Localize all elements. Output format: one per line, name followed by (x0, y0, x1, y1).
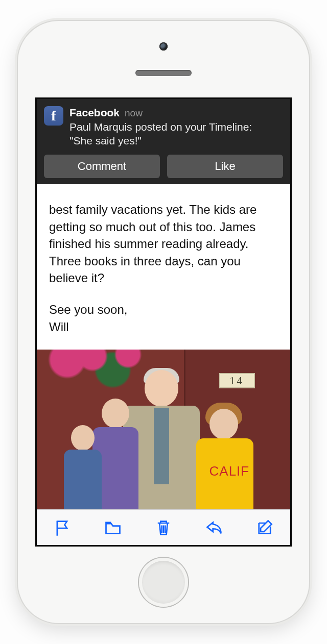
email-signoff: See you soon, (49, 303, 127, 316)
notification-banner[interactable]: f Facebook now Paul Marquis posted on yo… (37, 99, 290, 184)
compose-icon (255, 518, 274, 537)
phone-camera (159, 42, 168, 51)
house-number: 14 (219, 373, 255, 388)
notification-app-name: Facebook (69, 106, 120, 119)
phone-frame: f Facebook now Paul Marquis posted on yo… (18, 21, 309, 623)
trash-icon (154, 518, 173, 537)
flag-button[interactable] (51, 516, 74, 539)
facebook-app-icon: f (44, 106, 63, 126)
notification-timestamp: now (125, 107, 143, 119)
comment-button[interactable]: Comment (44, 155, 160, 178)
email-toolbar (37, 509, 290, 545)
shirt-print: CALIF (209, 462, 250, 480)
email-attached-photo[interactable]: 14 CALIF (37, 350, 290, 509)
email-sender: Will (49, 320, 69, 334)
phone-screen: f Facebook now Paul Marquis posted on yo… (35, 97, 292, 547)
folder-icon (104, 518, 122, 537)
phone-speaker (135, 70, 192, 76)
flag-icon (53, 518, 72, 537)
reply-icon (205, 518, 223, 537)
notification-body-line2: "She said yes!" (69, 135, 142, 146)
email-paragraph: best family vacations yet. The kids are … (49, 201, 278, 287)
trash-button[interactable] (152, 516, 175, 539)
notification-body-line1: Paul Marquis posted on your Timeline: (69, 121, 252, 133)
move-button[interactable] (102, 516, 124, 539)
home-button[interactable] (139, 558, 188, 607)
like-button[interactable]: Like (167, 155, 283, 178)
compose-button[interactable] (253, 516, 276, 539)
reply-button[interactable] (203, 516, 225, 539)
